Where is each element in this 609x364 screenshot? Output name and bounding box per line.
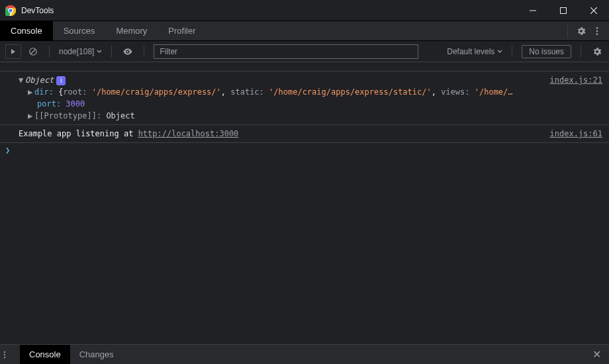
divider — [581, 46, 581, 58]
divider — [111, 46, 112, 58]
drawer-tab-console[interactable]: Console — [20, 345, 70, 365]
minimize-button[interactable] — [518, 0, 548, 21]
property-value: '/home/craig/apps/express/static/' — [269, 87, 432, 97]
info-badge-icon[interactable]: i — [56, 76, 66, 85]
issues-pill[interactable]: No issues — [522, 45, 571, 58]
drawer-tab-changes[interactable]: Changes — [70, 345, 123, 365]
svg-point-9 — [4, 353, 5, 355]
chevron-down-icon — [97, 49, 102, 54]
svg-point-10 — [4, 356, 5, 357]
tab-sources[interactable]: Sources — [53, 21, 106, 41]
maximize-button[interactable] — [548, 0, 579, 21]
execution-context-icon[interactable] — [5, 44, 21, 59]
drawer-close-icon[interactable]: ✕ — [585, 348, 609, 361]
property-key: port: — [37, 99, 61, 109]
tab-profiler[interactable]: Profiler — [158, 21, 206, 41]
object-property-row[interactable]: port: 3000 — [19, 98, 604, 110]
window-title: DevTools — [21, 6, 54, 15]
console-prompt[interactable] — [0, 143, 609, 158]
settings-icon[interactable] — [575, 24, 588, 38]
divider — [567, 25, 568, 37]
source-link[interactable]: index.js:61 — [550, 128, 602, 140]
main-tabbar: Console Sources Memory Profiler — [0, 21, 609, 41]
property-value: Object — [106, 111, 134, 120]
divider — [49, 46, 50, 58]
property-key: root: — [63, 87, 87, 97]
property-key: static: — [230, 87, 264, 97]
log-text: Example app listening at — [19, 129, 138, 138]
divider — [512, 46, 512, 58]
svg-point-5 — [596, 30, 598, 32]
chrome-logo-icon — [5, 5, 16, 16]
drawer: Console Changes ✕ — [0, 344, 609, 364]
context-label: node[108] — [59, 47, 94, 56]
svg-point-4 — [596, 27, 598, 29]
log-levels-selector[interactable]: Default levels — [447, 47, 502, 56]
property-key: dir: — [34, 87, 54, 97]
svg-point-6 — [596, 33, 598, 35]
titlebar: DevTools — [0, 0, 609, 21]
log-message: index.js:61 Example app listening at htt… — [0, 125, 609, 143]
property-key: views: — [441, 87, 469, 97]
property-value: 3000 — [66, 99, 85, 109]
object-row[interactable]: ▼Objecti — [19, 74, 604, 86]
property-key: [[Prototype]]: — [34, 111, 101, 120]
expand-arrow-icon[interactable]: ▼ — [19, 74, 25, 86]
expand-arrow-icon[interactable]: ▶ — [28, 86, 34, 98]
filter-input[interactable] — [154, 44, 418, 59]
console-toolbar: node[108] Default levels No issues — [0, 41, 609, 62]
source-link[interactable]: index.js:21 — [550, 74, 602, 86]
log-message: index.js:21 ▼Objecti ▶dir: {root: '/home… — [0, 71, 609, 125]
live-expression-icon[interactable] — [121, 45, 134, 58]
chevron-down-icon — [497, 49, 502, 54]
levels-label: Default levels — [447, 47, 494, 56]
tab-console[interactable]: Console — [0, 21, 53, 41]
console-settings-icon[interactable] — [590, 45, 604, 58]
clear-console-icon[interactable] — [26, 45, 40, 58]
svg-rect-3 — [561, 7, 567, 13]
drawer-more-icon[interactable] — [0, 350, 20, 359]
property-value: '/home/… — [475, 87, 513, 97]
log-url-link[interactable]: http://localhost:3000 — [138, 129, 239, 138]
context-selector[interactable]: node[108] — [59, 47, 102, 56]
close-button[interactable] — [579, 0, 609, 21]
expand-arrow-icon[interactable]: ▶ — [28, 110, 34, 122]
console-output[interactable]: index.js:21 ▼Objecti ▶dir: {root: '/home… — [0, 62, 609, 344]
property-value: '/home/craig/apps/express/' — [92, 87, 221, 97]
svg-point-8 — [4, 351, 5, 352]
object-property-row[interactable]: ▶[[Prototype]]: Object — [19, 110, 604, 122]
tab-memory[interactable]: Memory — [105, 21, 158, 41]
object-property-row[interactable]: ▶dir: {root: '/home/craig/apps/express/'… — [19, 86, 604, 98]
more-icon[interactable] — [590, 24, 604, 38]
spacer — [0, 62, 609, 71]
object-label: Object — [25, 75, 54, 85]
divider — [144, 46, 144, 58]
